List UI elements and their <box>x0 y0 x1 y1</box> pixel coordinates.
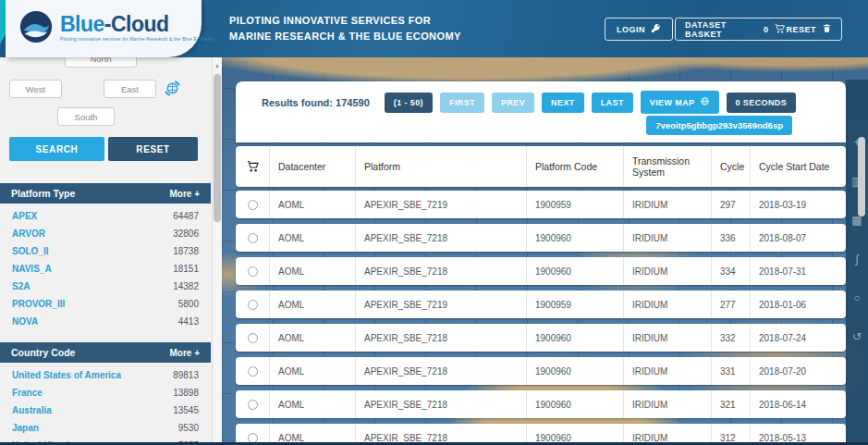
row-radio[interactable] <box>248 366 258 377</box>
column-header-platform[interactable]: Platform <box>356 146 527 187</box>
facet-item: ARVOR 32806 <box>0 225 211 242</box>
row-radio[interactable] <box>248 400 258 410</box>
west-input[interactable] <box>9 80 62 98</box>
cell-cycle-start: 2018-01-06 <box>751 290 846 318</box>
facet-count: 9530 <box>178 423 199 433</box>
cell-datacenter: AOML <box>270 424 356 445</box>
table-row: AOML APEXIR_SBE_7219 1900959 IRIDIUM 297… <box>236 191 846 218</box>
map-zoom-icon[interactable]: ○ <box>853 292 860 303</box>
column-header-cycle[interactable]: Cycle <box>712 146 751 187</box>
seconds-badge: 0 SECONDS <box>727 93 797 113</box>
facet-value-link[interactable]: ARVOR <box>12 229 45 239</box>
cell-datacenter: AOML <box>270 191 356 218</box>
cell-platform-code: 1900960 <box>527 390 624 418</box>
facet-title: Platform Type <box>11 188 75 199</box>
basket-label: DATASET BASKET <box>685 20 758 39</box>
facet-value-link[interactable]: Australia <box>12 405 52 415</box>
facet-value-link[interactable]: SOLO_II <box>12 246 48 256</box>
table-row: AOML APEXIR_SBE_7218 1900960 IRIDIUM 334… <box>236 257 846 285</box>
slogan-line-1: PILOTING INNOVATIVE SERVICES FOR <box>229 13 461 29</box>
logo-tagline: Piloting innovative services for Marine … <box>60 36 214 42</box>
cell-cycle-start: 2018-07-20 <box>751 357 846 385</box>
cart-icon <box>246 159 260 175</box>
south-input[interactable] <box>57 107 115 126</box>
cell-cycle-start: 2018-05-13 <box>751 424 846 445</box>
facet-value-link[interactable]: S2A <box>12 281 30 291</box>
facet-title: Country Code <box>11 347 75 358</box>
facet-item: NAVIS_A 18151 <box>0 260 211 278</box>
column-header-transmission-system[interactable]: Transmission System <box>624 146 712 187</box>
blue-cloud-logo[interactable]: Blue-Cloud Piloting innovative services … <box>6 0 202 57</box>
facet-value-link[interactable]: United Kingdom <box>12 440 83 445</box>
key-icon <box>651 23 661 35</box>
results-scrollbar-thumb[interactable] <box>858 137 865 216</box>
row-radio[interactable] <box>248 233 258 243</box>
map-draw-icon[interactable]: ʃ <box>856 253 859 265</box>
login-button[interactable]: LOGIN <box>605 18 673 41</box>
results-found-label: Results found: 174590 <box>262 97 370 108</box>
scroll-up-icon[interactable]: ▲ <box>214 63 220 68</box>
facet-value-link[interactable]: United States of America <box>12 370 121 380</box>
facet-count: 13545 <box>173 405 199 415</box>
facet-count: 7277 <box>178 440 199 445</box>
first-page-button[interactable]: FIRST <box>440 93 484 113</box>
column-header-cycle-start-date[interactable]: Cycle Start Date <box>751 146 846 187</box>
column-header-datacenter[interactable]: Datacenter <box>270 146 356 187</box>
sidebar: SEARCH RESET Platform Type More + APEX 6… <box>0 57 222 445</box>
globe-refresh-icon[interactable] <box>163 79 182 98</box>
facet-value-link[interactable]: PROVOR_III <box>12 299 65 309</box>
facet-more-button[interactable]: More + <box>169 189 200 199</box>
trash-icon <box>822 23 832 35</box>
facet-count: 18151 <box>173 264 199 274</box>
facet-value-link[interactable]: France <box>12 388 43 398</box>
cell-cycle: 321 <box>712 390 751 418</box>
facet-more-button[interactable]: More + <box>169 348 200 358</box>
prev-page-button[interactable]: PREV <box>492 93 534 113</box>
cell-platform: APEXIR_SBE_7219 <box>356 191 527 218</box>
header-reset-button[interactable]: RESET <box>786 23 832 35</box>
map-refresh-icon[interactable]: ↺ <box>852 331 862 342</box>
row-radio[interactable] <box>248 200 258 210</box>
view-map-button[interactable]: VIEW MAP <box>641 91 719 114</box>
cell-datacenter: AOML <box>270 324 356 352</box>
facet-item: United Kingdom 7277 <box>0 437 211 445</box>
row-radio[interactable] <box>248 266 258 277</box>
dataset-basket-button[interactable]: DATASET BASKET 0 <box>685 20 786 39</box>
row-radio[interactable] <box>248 300 258 310</box>
row-radio[interactable] <box>248 433 258 443</box>
facet-item: PROVOR_III 5800 <box>0 295 211 313</box>
cell-cycle-start: 2018-06-14 <box>751 390 846 418</box>
facet-item: S2A 14382 <box>0 278 211 295</box>
cell-platform-code: 1900960 <box>527 224 624 252</box>
cell-platform: APEXIR_SBE_7218 <box>356 424 527 445</box>
app-header: Blue-Cloud Piloting innovative services … <box>0 0 868 57</box>
cell-cycle: 277 <box>712 290 751 318</box>
session-token-button[interactable]: 7veoitp5gbbgp293v3569nd6sp <box>646 116 792 135</box>
table-header: Datacenter Platform Platform Code Transm… <box>236 146 846 187</box>
next-page-button[interactable]: NEXT <box>542 93 584 113</box>
blue-cloud-app: SEARCH RESET Platform Type More + APEX 6… <box>0 0 868 445</box>
sidebar-scrollbar-thumb[interactable] <box>214 74 221 222</box>
facet-value-link[interactable]: APEX <box>12 211 37 221</box>
map-background[interactable]: + ▥ ▩ ʃ ○ ↺ Results found: 174590 (1 - 5… <box>222 57 868 445</box>
facet-count: 5800 <box>178 299 199 309</box>
search-button[interactable]: SEARCH <box>9 137 104 161</box>
reset-label: RESET <box>786 25 816 34</box>
row-radio[interactable] <box>248 333 258 343</box>
cell-platform-code: 1900959 <box>527 191 624 218</box>
cell-cycle: 331 <box>712 357 751 385</box>
cell-cycle: 332 <box>712 324 751 352</box>
facet-value-link[interactable]: NAVIS_A <box>12 264 52 274</box>
facet-value-link[interactable]: NOVA <box>12 316 38 327</box>
last-page-button[interactable]: LAST <box>592 93 633 113</box>
basket-count-badge: 0 <box>764 25 769 34</box>
sidebar-scrollbar[interactable]: ▲ <box>212 57 222 445</box>
east-input[interactable] <box>104 80 156 98</box>
facet-value-link[interactable]: Japan <box>12 423 39 433</box>
column-header-platform-code[interactable]: Platform Code <box>527 146 624 187</box>
cell-transmission: IRIDIUM <box>624 390 712 418</box>
page-range-button[interactable]: (1 - 50) <box>385 93 433 113</box>
sidebar-reset-button[interactable]: RESET <box>108 137 198 161</box>
cell-platform: APEXIR_SBE_7218 <box>356 224 527 252</box>
cell-platform-code: 1900959 <box>527 290 624 318</box>
